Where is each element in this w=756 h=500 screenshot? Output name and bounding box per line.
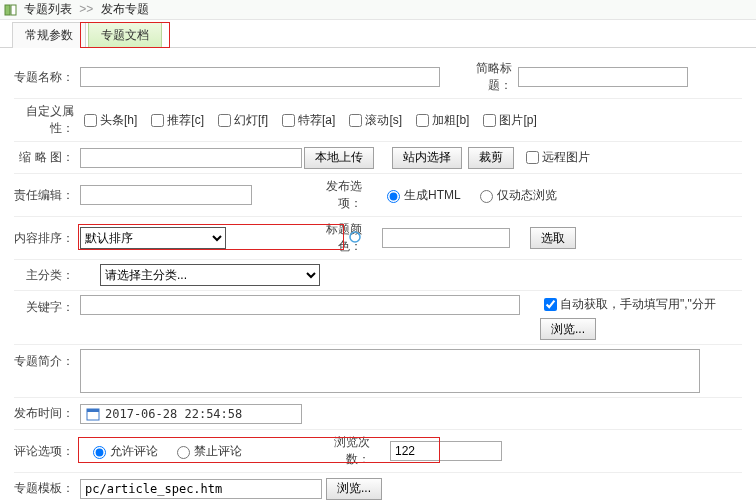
pubopt-dynamic-radio[interactable]: 仅动态浏览 <box>475 187 557 204</box>
label-editor: 责任编辑： <box>14 187 80 204</box>
attr-checkbox-3[interactable]: 特荐[a] <box>278 111 335 130</box>
row-editor: 责任编辑： 发布选项： 生成HTML 仅动态浏览 <box>14 174 742 217</box>
label-pubtime: 发布时间： <box>14 405 80 422</box>
thumb-path-input[interactable] <box>80 148 302 168</box>
site-select-button[interactable]: 站内选择 <box>392 147 462 169</box>
row-thumb: 缩 略 图： 本地上传 站内选择 裁剪 远程图片 <box>14 142 742 174</box>
label-puboption: 发布选项： <box>308 178 368 212</box>
keyword-input[interactable] <box>80 295 520 315</box>
remote-image-checkbox[interactable]: 远程图片 <box>522 148 590 167</box>
attr-checkbox-4[interactable]: 滚动[s] <box>345 111 402 130</box>
refresh-icon[interactable] <box>348 230 362 244</box>
svg-rect-3 <box>87 409 99 412</box>
topic-name-input[interactable] <box>80 67 440 87</box>
row-name: 专题名称： 简略标题： <box>14 56 742 99</box>
row-comment: 评论选项： 允许评论 禁止评论 浏览次数： <box>14 430 742 473</box>
label-short-title: 简略标题： <box>458 60 518 94</box>
local-upload-button[interactable]: 本地上传 <box>304 147 374 169</box>
main-category-select[interactable]: 请选择主分类... <box>100 264 320 286</box>
pubopt-genhtml-radio[interactable]: 生成HTML <box>382 187 461 204</box>
svg-rect-1 <box>11 5 16 15</box>
row-intro: 专题简介： <box>14 345 742 398</box>
breadcrumb: 专题列表 >> 发布专题 <box>24 1 149 18</box>
calendar-icon[interactable] <box>85 406 101 422</box>
tab-topic-doc[interactable]: 专题文档 <box>88 22 162 48</box>
svg-rect-0 <box>5 5 10 15</box>
label-name: 专题名称： <box>14 69 80 86</box>
book-icon <box>4 3 18 17</box>
pubtime-value[interactable]: 2017-06-28 22:54:58 <box>105 407 242 421</box>
label-maincat: 主分类： <box>14 267 80 284</box>
label-keyword: 关键字： <box>14 295 80 316</box>
label-views: 浏览次数： <box>316 434 376 468</box>
attr-checkbox-0[interactable]: 头条[h] <box>80 111 137 130</box>
editor-input[interactable] <box>80 185 252 205</box>
auto-keyword-checkbox[interactable]: 自动获取，手动填写用","分开 <box>540 295 716 314</box>
row-sort: 内容排序： 默认排序 标题颜色： 选取 <box>14 217 742 260</box>
comment-allow-radio[interactable]: 允许评论 <box>88 443 158 460</box>
intro-textarea[interactable] <box>80 349 700 393</box>
crop-button[interactable]: 裁剪 <box>468 147 514 169</box>
breadcrumb-current: 发布专题 <box>101 2 149 16</box>
row-keyword: 关键字： 自动获取，手动填写用","分开 浏览... <box>14 291 742 345</box>
label-comment: 评论选项： <box>14 443 80 460</box>
keyword-browse-button[interactable]: 浏览... <box>540 318 596 340</box>
label-thumb: 缩 略 图： <box>14 149 80 166</box>
title-color-input[interactable] <box>382 228 510 248</box>
attr-checkbox-2[interactable]: 幻灯[f] <box>214 111 268 130</box>
color-pick-button[interactable]: 选取 <box>530 227 576 249</box>
sort-select[interactable]: 默认排序 <box>80 227 226 249</box>
attr-checkbox-group: 头条[h]推荐[c]幻灯[f]特荐[a]滚动[s]加粗[b]图片[p] <box>80 111 547 130</box>
attr-checkbox-6[interactable]: 图片[p] <box>479 111 536 130</box>
breadcrumb-sep: >> <box>79 2 93 16</box>
template-input[interactable] <box>80 479 322 499</box>
form: 专题名称： 简略标题： 自定义属性： 头条[h]推荐[c]幻灯[f]特荐[a]滚… <box>0 48 756 500</box>
row-template: 专题模板： 浏览... <box>14 473 742 500</box>
label-intro: 专题简介： <box>14 349 80 370</box>
row-pubtime: 发布时间： 2017-06-28 22:54:58 <box>14 398 742 430</box>
tab-normal-params[interactable]: 常规参数 <box>12 22 86 48</box>
views-input[interactable] <box>390 441 502 461</box>
template-browse-button[interactable]: 浏览... <box>326 478 382 500</box>
header: 专题列表 >> 发布专题 <box>0 0 756 20</box>
comment-deny-radio[interactable]: 禁止评论 <box>172 443 242 460</box>
tabs: 常规参数 专题文档 <box>0 20 756 48</box>
row-attr: 自定义属性： 头条[h]推荐[c]幻灯[f]特荐[a]滚动[s]加粗[b]图片[… <box>14 99 742 142</box>
row-maincat: 主分类： 请选择主分类... <box>14 260 742 291</box>
attr-checkbox-5[interactable]: 加粗[b] <box>412 111 469 130</box>
short-title-input[interactable] <box>518 67 688 87</box>
attr-checkbox-1[interactable]: 推荐[c] <box>147 111 204 130</box>
svg-point-4 <box>350 232 360 242</box>
label-template: 专题模板： <box>14 480 80 497</box>
label-attr: 自定义属性： <box>14 103 80 137</box>
label-sort: 内容排序： <box>14 230 80 247</box>
breadcrumb-list[interactable]: 专题列表 <box>24 2 72 16</box>
